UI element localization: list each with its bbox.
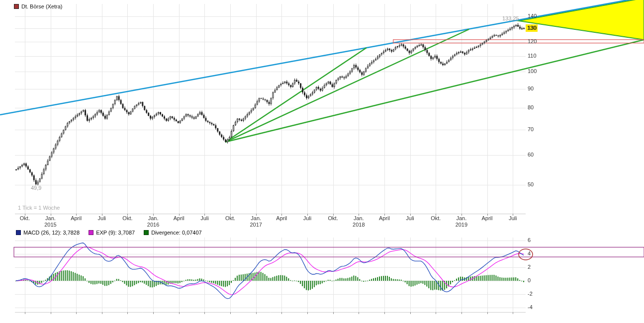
- price-axis-label: 50: [528, 181, 534, 187]
- tick-interval-note: 1 Tick = 1 Woche: [18, 205, 60, 211]
- chart-title: Dt. Börse (Xetra): [21, 3, 63, 9]
- x-axis-label: Juli: [501, 215, 524, 221]
- chart-title-row: Dt. Börse (Xetra): [14, 3, 63, 9]
- x-axis-year-label: 2019: [450, 222, 473, 228]
- x-axis-label: Okt.: [219, 215, 242, 221]
- exp-legend-item: EXP (9): 3,7087: [89, 230, 135, 236]
- macd-value-label: MACD (26, 12): 3,7828: [23, 230, 80, 236]
- price-axis-label: 130: [528, 25, 537, 31]
- x-axis-label: Jan.: [450, 215, 473, 221]
- price-axis-label: 140: [528, 13, 537, 19]
- price-axis-label: 80: [528, 104, 534, 110]
- stock-chart-canvas: [0, 0, 644, 323]
- price-axis-label: 100: [528, 68, 537, 74]
- low-price-label: 49,9: [31, 185, 41, 191]
- x-axis-year-label: 2017: [245, 222, 268, 228]
- x-axis-label: Okt.: [116, 215, 139, 221]
- price-axis-label: 90: [528, 85, 534, 91]
- macd-axis-label: -2: [528, 291, 533, 297]
- x-axis-label: Jan.: [39, 215, 62, 221]
- macd-axis-label: 6: [528, 237, 531, 243]
- x-axis-label: April: [270, 215, 293, 221]
- macd-axis-label: 4: [528, 250, 531, 256]
- x-axis-label: April: [476, 215, 499, 221]
- exp-value-label: EXP (9): 3,7087: [96, 230, 135, 236]
- high-price-label: 133,25: [502, 15, 519, 21]
- macd-axis-label: -4: [528, 304, 533, 310]
- chart-page: Dt. Börse (Xetra) 1 Tick = 1 Woche 49,9 …: [0, 0, 644, 323]
- macd-legend: MACD (26, 12): 3,7828 EXP (9): 3,7087 Di…: [16, 230, 202, 236]
- x-axis-label: Juli: [399, 215, 422, 221]
- x-axis-label: Okt.: [13, 215, 36, 221]
- macd-line-swatch-icon: [16, 230, 21, 235]
- x-axis-year-label: 2018: [347, 222, 370, 228]
- instrument-marker-icon: [14, 4, 19, 9]
- divergence-value-label: Divergence: 0,07407: [151, 230, 202, 236]
- x-axis-label: Juli: [91, 215, 113, 221]
- x-axis-label: April: [168, 215, 190, 221]
- price-axis-label: 110: [528, 53, 537, 59]
- x-axis-label: Jan.: [347, 215, 370, 221]
- x-axis-label: Jan.: [142, 215, 165, 221]
- x-axis-label: Okt.: [322, 215, 345, 221]
- macd-axis-label: 2: [528, 264, 531, 270]
- x-axis-year-label: 2015: [39, 222, 62, 228]
- signal-line-swatch-icon: [89, 230, 93, 235]
- x-axis-year-label: 2016: [142, 222, 165, 228]
- price-axis-label: 70: [528, 126, 534, 132]
- x-axis-label: Juli: [193, 215, 216, 221]
- divergence-legend-item: Divergence: 0,07407: [144, 230, 202, 236]
- x-axis-label: April: [373, 215, 396, 221]
- x-axis-label: April: [65, 215, 88, 221]
- divergence-swatch-icon: [144, 230, 149, 235]
- x-axis-label: Juli: [296, 215, 319, 221]
- price-axis-label: 60: [528, 152, 534, 158]
- x-axis-label: Okt.: [424, 215, 447, 221]
- macd-legend-item: MACD (26, 12): 3,7828: [16, 230, 80, 236]
- price-axis-label: 120: [528, 38, 537, 44]
- macd-axis-label: 0: [528, 277, 531, 283]
- x-axis-label: Jan.: [245, 215, 268, 221]
